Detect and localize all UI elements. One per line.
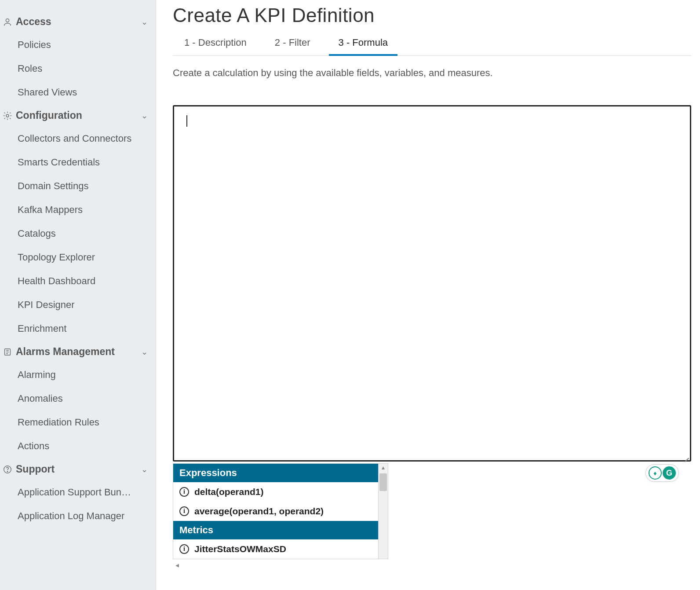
sidebar-item-roles[interactable]: Roles — [0, 57, 156, 81]
sidebar-section-label: Support — [16, 463, 141, 475]
scroll-thumb[interactable] — [379, 473, 387, 491]
tab-description[interactable]: 1 - Description — [182, 34, 248, 55]
sidebar-item-actions[interactable]: Actions — [0, 434, 156, 458]
sidebar-section-configuration[interactable]: Configuration ⌄ — [0, 104, 156, 127]
sidebar-section-label: Alarms Management — [16, 346, 141, 358]
scroll-up-icon: ▲ — [379, 465, 388, 471]
sidebar-section-alarms[interactable]: Alarms Management ⌄ — [0, 341, 156, 363]
main-content: Create A KPI Definition 1 - Description … — [156, 0, 700, 590]
suggestion-group-metrics: Metrics — [173, 521, 378, 539]
sidebar-section-label: Access — [16, 16, 141, 28]
sidebar-item-topology-explorer[interactable]: Topology Explorer — [0, 246, 156, 269]
suggestion-item[interactable]: i average(operand1, operand2) — [173, 502, 378, 521]
scroll-left-icon[interactable]: ◂ — [173, 561, 691, 569]
suggestion-scrollbar[interactable]: ▲ — [379, 463, 388, 559]
sidebar-item-support-bundle[interactable]: Application Support Bun… — [0, 480, 156, 504]
chevron-down-icon: ⌄ — [141, 347, 148, 357]
svg-point-1 — [6, 114, 9, 117]
sidebar-section-access[interactable]: Access ⌄ — [0, 11, 156, 33]
info-icon: i — [179, 506, 189, 516]
suggestion-label: average(operand1, operand2) — [194, 506, 324, 517]
assistant-pill[interactable]: ⬧ G — [645, 464, 679, 482]
svg-point-4 — [7, 471, 7, 471]
sidebar-section-label: Configuration — [16, 110, 141, 121]
suggestion-panel: Expressions i delta(operand1) i average(… — [173, 463, 388, 559]
sidebar-item-kafka-mappers[interactable]: Kafka Mappers — [0, 198, 156, 222]
info-icon: i — [179, 487, 189, 497]
grammarly-icon: G — [663, 466, 676, 480]
sidebar-item-catalogs[interactable]: Catalogs — [0, 222, 156, 246]
formula-editor[interactable] — [173, 105, 691, 462]
gear-icon — [1, 111, 14, 121]
resize-handle-icon[interactable] — [682, 452, 689, 459]
sidebar-item-alarming[interactable]: Alarming — [0, 363, 156, 387]
sidebar-item-enrichment[interactable]: Enrichment — [0, 317, 156, 341]
sidebar-item-domain-settings[interactable]: Domain Settings — [0, 174, 156, 198]
suggestion-item[interactable]: i delta(operand1) — [173, 482, 378, 502]
sidebar-section-support[interactable]: Support ⌄ — [0, 458, 156, 480]
sidebar-item-shared-views[interactable]: Shared Views — [0, 81, 156, 104]
sidebar-item-policies[interactable]: Policies — [0, 33, 156, 57]
sidebar-item-smarts-credentials[interactable]: Smarts Credentials — [0, 150, 156, 174]
chevron-down-icon: ⌄ — [141, 111, 148, 121]
sidebar-item-remediation-rules[interactable]: Remediation Rules — [0, 410, 156, 434]
alarm-icon — [1, 347, 14, 357]
svg-point-0 — [6, 18, 9, 22]
sidebar-item-health-dashboard[interactable]: Health Dashboard — [0, 269, 156, 293]
user-icon — [1, 17, 14, 27]
chevron-down-icon: ⌄ — [141, 17, 148, 27]
tab-formula[interactable]: 3 - Formula — [337, 34, 390, 55]
suggestion-label: JitterStatsOWMaxSD — [194, 544, 286, 554]
sidebar-item-kpi-designer[interactable]: KPI Designer — [0, 293, 156, 317]
info-icon: i — [179, 544, 189, 554]
page-title: Create A KPI Definition — [173, 4, 691, 26]
sidebar-item-log-manager[interactable]: Application Log Manager — [0, 504, 156, 528]
lightbulb-icon: ⬧ — [649, 466, 662, 480]
sidebar: Access ⌄ Policies Roles Shared Views Con… — [0, 0, 156, 590]
suggestion-group-expressions: Expressions — [173, 464, 378, 482]
suggestion-label: delta(operand1) — [194, 487, 264, 497]
text-cursor — [186, 115, 187, 127]
wizard-tabs: 1 - Description 2 - Filter 3 - Formula — [173, 34, 691, 56]
suggestion-item[interactable]: i JitterStatsOWMaxSD — [173, 539, 378, 559]
sidebar-item-collectors-connectors[interactable]: Collectors and Connectors — [0, 127, 156, 150]
tab-filter[interactable]: 2 - Filter — [273, 34, 312, 55]
sidebar-item-anomalies[interactable]: Anomalies — [0, 387, 156, 410]
chevron-down-icon: ⌄ — [141, 465, 148, 474]
instruction-text: Create a calculation by using the availa… — [173, 67, 691, 79]
help-icon — [1, 465, 14, 474]
